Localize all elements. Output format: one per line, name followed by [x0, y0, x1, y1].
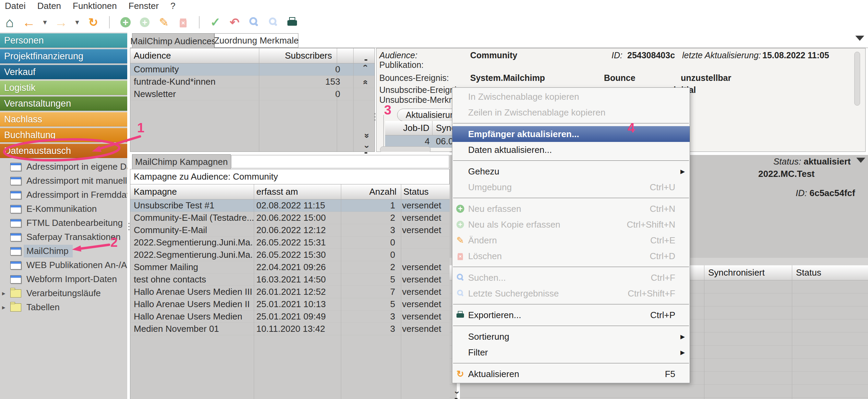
- table-row[interactable]: Unsubscribe Test #1 02.08.2022 11:15 1 v…: [130, 200, 450, 212]
- delete-icon[interactable]: [177, 16, 189, 29]
- sidebar-tree-item[interactable]: ▸ Verarbeitungsläufe: [0, 286, 127, 300]
- add-icon[interactable]: [119, 16, 132, 29]
- sidebar-tree-item[interactable]: ▸ WEB Publikationen An-/Abm: [0, 258, 127, 272]
- context-menu-item[interactable]: Daten aktualisieren... ▶: [452, 142, 690, 158]
- table-row[interactable]: Hallo Arenae Users Medien 25.01.2021 09:…: [130, 311, 450, 323]
- context-menu-item[interactable]: ▶: [452, 195, 690, 201]
- sidebar-tree-item[interactable]: ▸ FTML Datenbearbeitung: [0, 216, 127, 230]
- home-icon[interactable]: [3, 16, 16, 29]
- table-row[interactable]: funtrade-Kund*innen 153: [130, 76, 374, 88]
- forward-icon[interactable]: [55, 16, 67, 29]
- column-header-job-id[interactable]: Job-ID: [385, 121, 432, 135]
- campaign-filter-field[interactable]: [231, 155, 449, 168]
- column-header-status[interactable]: Status: [792, 265, 868, 280]
- edit-icon[interactable]: [158, 16, 170, 29]
- scroll-page-down-button[interactable]: «: [360, 131, 372, 141]
- sidebar-tree-item[interactable]: ▸ Saferpay Transaktionen: [0, 230, 127, 244]
- back-icon[interactable]: [23, 16, 35, 29]
- table-row[interactable]: test ohne contacts 16.03.2021 14:50 5 ve…: [130, 274, 450, 286]
- table-row[interactable]: Community-E-Mail (Testadre... 20.06.2022…: [130, 212, 450, 224]
- refresh-icon[interactable]: [87, 16, 99, 29]
- add-copy-icon[interactable]: [139, 16, 151, 29]
- context-menu-item[interactable]: Löschen Ctrl+D ▶: [452, 248, 690, 264]
- caret-down-icon[interactable]: [74, 16, 80, 29]
- sidebar-section[interactable]: Verkauf: [0, 65, 127, 79]
- sidebar-tree-item[interactable]: ▸ E-Kommunikation: [0, 202, 127, 216]
- table-row[interactable]: Hallo Arenae Users Medien III 26.01.2021…: [130, 286, 450, 298]
- sidebar-tree-item[interactable]: ▸ Webform Import-Daten: [0, 272, 127, 286]
- context-menu-item[interactable]: ▶: [452, 120, 690, 126]
- context-menu-item[interactable]: Umgebung Ctrl+U ▶: [452, 179, 690, 195]
- table-row[interactable]: Community-E-Mail 20.06.2022 12:12 3 vers…: [130, 224, 450, 237]
- sidebar-section[interactable]: Projektfinanzierung: [0, 49, 127, 63]
- context-menu-item[interactable]: ▶: [452, 301, 690, 307]
- column-header-synchronisiert[interactable]: Synchronisiert: [704, 265, 792, 280]
- context-menu-item[interactable]: Sortierung ▶: [452, 329, 690, 344]
- menu-bar-item[interactable]: Datei: [5, 1, 26, 11]
- caret-down-icon[interactable]: [42, 16, 48, 29]
- context-menu-item[interactable]: Letzte Suchergebnisse Ctrl+Shift+F ▶: [452, 286, 690, 301]
- context-menu-item[interactable]: Exportieren... Ctrl+P ▶: [452, 307, 690, 323]
- table-row[interactable]: Community 0: [130, 63, 374, 76]
- search-results-icon[interactable]: [267, 16, 279, 29]
- column-header-audience[interactable]: Audience: [130, 48, 259, 63]
- search-icon[interactable]: [248, 16, 260, 29]
- menu-bar-item[interactable]: Daten: [37, 1, 61, 11]
- scroll-page-up-button[interactable]: «: [360, 77, 372, 88]
- panel-dropdown-icon[interactable]: [855, 36, 864, 41]
- splitter-grip[interactable]: [374, 113, 376, 114]
- context-menu-item[interactable]: Empfänger aktualisieren... ▶: [452, 126, 690, 142]
- divider[interactable]: [199, 16, 200, 28]
- expander-icon[interactable]: ▸: [0, 289, 10, 297]
- context-menu-item[interactable]: ▶: [452, 360, 690, 366]
- sidebar-section[interactable]: Veranstaltungen: [0, 96, 127, 111]
- scroll-first-button[interactable]: ‹: [360, 59, 372, 71]
- column-header-erfasst-am[interactable]: erfasst am: [254, 184, 341, 199]
- divider[interactable]: [109, 16, 110, 28]
- context-menu-item[interactable]: ▶: [452, 323, 690, 329]
- menu-bar-item[interactable]: Fenster: [129, 1, 159, 11]
- sidebar-section[interactable]: Buchhaltung: [0, 128, 127, 142]
- context-menu-item[interactable]: Gehezu ▶: [452, 164, 690, 179]
- splitter-grip[interactable]: [128, 223, 130, 224]
- sidebar-tree-item[interactable]: ▸ Adressimport in Fremddaten: [0, 188, 127, 202]
- table-row[interactable]: Hallo Arenae Users Medien II 25.01.2021 …: [130, 298, 450, 311]
- sidebar-tree-item[interactable]: ▸ Adressimport in eigene Date: [0, 160, 127, 174]
- column-header-anzahl[interactable]: Anzahl: [341, 184, 401, 199]
- undo-icon[interactable]: [228, 16, 241, 29]
- context-menu-item[interactable]: Neu als Kopie erfassen Ctrl+Shift+N ▶: [452, 217, 690, 232]
- context-menu-item[interactable]: Zeilen in Zwischenablage kopieren ▶: [452, 105, 690, 120]
- context-menu-item[interactable]: ▶: [452, 264, 690, 270]
- table-row[interactable]: 2022.Segmentierung.Juni.Ma... 26.05.2022…: [130, 237, 450, 249]
- sidebar-section[interactable]: Nachlass: [0, 112, 127, 126]
- sidebar-tree-item[interactable]: ▸ Adressimport mit manueller .: [0, 174, 127, 188]
- sidebar-tree-item[interactable]: ▸ MailChimp: [0, 244, 127, 258]
- tab-zuordnung-merkmale[interactable]: Zuordnung Merkmale: [214, 33, 298, 48]
- context-menu-item[interactable]: Neu erfassen Ctrl+N ▶: [452, 201, 690, 217]
- sidebar-tree-item[interactable]: ▸ Tabellen: [0, 300, 127, 314]
- column-header-status[interactable]: Status: [401, 184, 450, 199]
- print-icon[interactable]: [286, 16, 298, 29]
- sidebar-section[interactable]: Personen: [0, 33, 127, 48]
- menu-bar-item[interactable]: ?: [170, 1, 175, 11]
- confirm-icon[interactable]: [209, 16, 222, 29]
- column-header-subscribers[interactable]: Subscribers: [259, 48, 337, 63]
- tab-mailchimp-kampagnen[interactable]: MailChimp Kampagnen: [132, 154, 231, 169]
- table-row[interactable]: 2022.Segmentierung.Juni.Ma... 26.05.2022…: [130, 249, 450, 261]
- sidebar-section[interactable]: Datenaustausch: [0, 144, 127, 158]
- scroll-last-button[interactable]: ‹: [360, 142, 372, 154]
- context-menu-item[interactable]: Ändern Ctrl+E ▶: [452, 232, 690, 248]
- vertical-scrollbar[interactable]: [854, 52, 860, 106]
- expander-icon[interactable]: ▸: [0, 303, 10, 311]
- context-menu-item[interactable]: Suchen... Ctrl+F ▶: [452, 270, 690, 286]
- column-header-kampagne[interactable]: Kampagne: [130, 184, 254, 199]
- table-row[interactable]: Newsletter 0: [130, 88, 374, 100]
- context-menu-item[interactable]: Filter ▶: [452, 344, 690, 360]
- table-row[interactable]: Medien November 01 10.11.2020 13:42 3 ve…: [130, 323, 450, 335]
- tab-mailchimp-audiences[interactable]: MailChimp Audiences: [132, 33, 214, 49]
- scroll-last-button[interactable]: ‹: [450, 387, 462, 399]
- panel-dropdown-icon[interactable]: [856, 158, 865, 163]
- context-menu-item[interactable]: In Zwischenablage kopieren ▶: [452, 89, 690, 105]
- sidebar-section[interactable]: Logistik: [0, 81, 127, 95]
- menu-bar-item[interactable]: Funktionen: [73, 1, 117, 11]
